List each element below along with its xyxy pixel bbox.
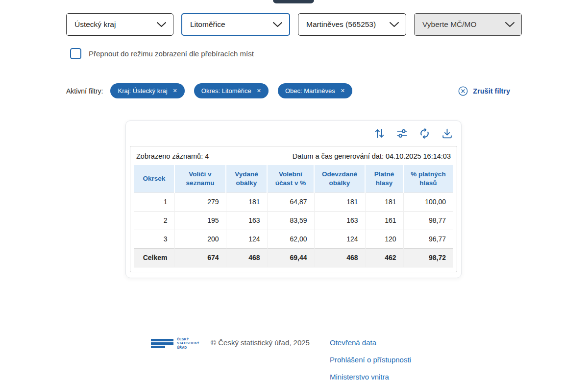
table-header-cell: Vydané obálky <box>226 165 267 192</box>
csu-logo[interactable]: ČESKÝ STATISTICKÝ ÚŘAD <box>151 337 199 350</box>
table-cell: 163 <box>226 211 267 230</box>
table-header-cell: Platné hlasy <box>365 165 403 192</box>
filter-chips: Kraj: Ústecký kraj ✕ Okres: Litoměřice ✕… <box>110 83 352 98</box>
table-cell: 674 <box>174 248 226 267</box>
district-select[interactable]: Litoměřice <box>181 13 290 36</box>
city-part-select-value: Vyberte MČ/MO <box>422 20 477 29</box>
table-header-cell: Okrsek <box>134 165 174 192</box>
mode-checkbox[interactable] <box>70 48 81 59</box>
clear-filters-label: Zrušit filtry <box>473 87 510 95</box>
table-cell: 124 <box>226 230 267 248</box>
table-cell: 462 <box>365 248 403 267</box>
table-cell: 62,00 <box>267 230 314 248</box>
footer-links: Otevřená data Prohlášení o přístupnosti … <box>330 338 411 380</box>
footer-link-ministry[interactable]: Ministerstvo vnitra <box>330 373 411 380</box>
table-total-row: Celkem 674 468 69,44 468 462 98,72 <box>134 248 453 267</box>
table-header-row: Okrsek Voliči v seznamu Vydané obálky Vo… <box>134 165 453 192</box>
table-info-row: Zobrazeno záznamů: 4 Datum a čas generov… <box>134 152 453 160</box>
table-cell: 279 <box>174 192 226 211</box>
records-count: Zobrazeno záznamů: 4 <box>136 152 209 160</box>
table-header-cell: Odevzdané obálky <box>314 165 365 192</box>
results-table: Okrsek Voliči v seznamu Vydané obálky Vo… <box>134 165 453 267</box>
active-filters-row: Aktivní filtry: Kraj: Ústecký kraj ✕ Okr… <box>66 83 510 98</box>
table-cell: 100,00 <box>403 192 453 211</box>
table-cell: 161 <box>365 211 403 230</box>
table-cell: 98,72 <box>403 248 453 267</box>
region-select[interactable]: Ústecký kraj <box>66 13 173 36</box>
table-cell: 96,77 <box>403 230 453 248</box>
clear-filters-button[interactable]: Zrušit filtry <box>458 86 510 96</box>
table-cell: 163 <box>314 211 365 230</box>
download-icon[interactable] <box>441 127 453 140</box>
refresh-icon[interactable] <box>418 127 431 140</box>
chevron-down-icon <box>272 22 283 27</box>
municipality-select-value: Martiněves (565253) <box>306 20 376 29</box>
municipality-select[interactable]: Martiněves (565253) <box>298 13 406 36</box>
csu-logo-bars-icon <box>151 339 173 348</box>
selector-row: Ústecký kraj Litoměřice Martiněves (5652… <box>66 13 522 36</box>
active-filters-label: Aktivní filtry: <box>66 87 103 95</box>
table-header-cell: Voliči v seznamu <box>174 165 226 192</box>
table-row: 2 195 163 83,59 163 161 98,77 <box>134 211 453 230</box>
table-cell: 2 <box>134 211 174 230</box>
mode-toggle-row: Přepnout do režimu zobrazení dle přebíra… <box>70 48 254 59</box>
filter-icon[interactable] <box>396 127 408 140</box>
table-cell: 468 <box>314 248 365 267</box>
chevron-down-icon <box>389 22 399 27</box>
csu-logo-text: ČESKÝ STATISTICKÝ ÚŘAD <box>177 337 199 350</box>
table-toolbar <box>373 127 453 140</box>
table-cell: 64,87 <box>267 192 314 211</box>
table-cell: 200 <box>174 230 226 248</box>
filter-chip-label: Obec: Martiněves <box>285 87 335 95</box>
footer-link-open-data[interactable]: Otevřená data <box>330 338 411 347</box>
district-select-value: Litoměřice <box>190 20 225 29</box>
table-cell: 195 <box>174 211 226 230</box>
table-cell: 3 <box>134 230 174 248</box>
region-select-value: Ústecký kraj <box>74 20 116 29</box>
table-cell: 124 <box>314 230 365 248</box>
table-header-cell: Volební účast v % <box>267 165 314 192</box>
circle-x-icon <box>458 86 468 96</box>
results-card: Zobrazeno záznamů: 4 Datum a čas generov… <box>125 120 462 278</box>
table-cell: Celkem <box>134 248 174 267</box>
table-cell: 120 <box>365 230 403 248</box>
copyright-text: © Český statistický úřad, 2025 <box>211 338 310 347</box>
city-part-select[interactable]: Vyberte MČ/MO <box>414 13 522 36</box>
filter-chip-okres[interactable]: Okres: Litoměřice ✕ <box>194 83 269 98</box>
table-header-cell: % platných hlasů <box>403 165 453 192</box>
top-cutoff-button[interactable] <box>273 0 314 3</box>
table-cell: 98,77 <box>403 211 453 230</box>
table-cell: 1 <box>134 192 174 211</box>
chip-close-icon[interactable]: ✕ <box>341 88 345 94</box>
table-row: 3 200 124 62,00 124 120 96,77 <box>134 230 453 248</box>
table-cell: 181 <box>226 192 267 211</box>
filter-chip-kraj[interactable]: Kraj: Ústecký kraj ✕ <box>110 83 184 98</box>
table-cell: 468 <box>226 248 267 267</box>
chevron-down-icon <box>505 22 515 27</box>
table-cell: 181 <box>314 192 365 211</box>
table-cell: 83,59 <box>267 211 314 230</box>
table-container: Zobrazeno záznamů: 4 Datum a čas generov… <box>130 146 457 272</box>
footer: ČESKÝ STATISTICKÝ ÚŘAD © Český statistic… <box>0 331 588 380</box>
filter-chip-label: Kraj: Ústecký kraj <box>118 87 167 95</box>
table-row: 1 279 181 64,87 181 181 100,00 <box>134 192 453 211</box>
sort-icon[interactable] <box>373 127 386 140</box>
filter-chip-label: Okres: Litoměřice <box>201 87 251 95</box>
chevron-down-icon <box>156 22 167 27</box>
filter-chip-obec[interactable]: Obec: Martiněves ✕ <box>278 83 352 98</box>
mode-checkbox-label: Přepnout do režimu zobrazení dle přebíra… <box>89 49 254 58</box>
table-cell: 69,44 <box>267 248 314 267</box>
chip-close-icon[interactable]: ✕ <box>257 88 261 94</box>
chip-close-icon[interactable]: ✕ <box>173 88 177 94</box>
footer-link-accessibility[interactable]: Prohlášení o přístupnosti <box>330 356 411 364</box>
generated-timestamp: Datum a čas generování dat: 04.10.2025 1… <box>293 152 451 160</box>
table-cell: 181 <box>365 192 403 211</box>
